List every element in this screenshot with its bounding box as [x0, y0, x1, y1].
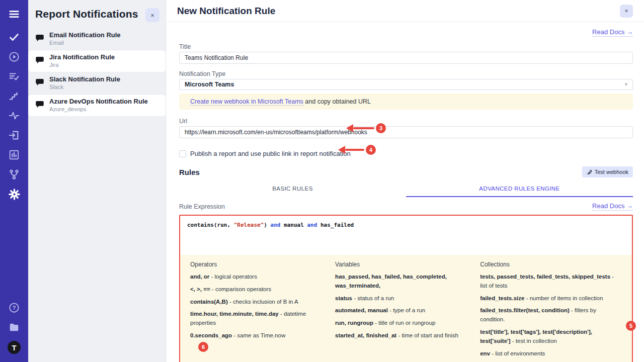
rule-expression-label: Rule Expression [179, 203, 225, 210]
svg-text:?: ? [13, 305, 16, 311]
notification-type-select[interactable]: Microsoft Teams ▼ [179, 79, 633, 90]
notifications-panel: Report Notifications × Email Notificatio… [28, 0, 166, 362]
panel-close-button[interactable]: × [145, 8, 159, 22]
webhook-info-rest: and copy obtained URL [303, 98, 371, 105]
test-webhook-label: Test webhook [595, 169, 628, 175]
webhook-info-box: Create new webhook in Microsoft Teams an… [179, 94, 633, 110]
chat-bubble-icon [35, 100, 44, 111]
panel-title: Report Notifications [35, 8, 138, 20]
list-item-email-rule[interactable]: Email Notification RuleEmail [28, 28, 166, 50]
bar-chart-icon[interactable] [8, 149, 20, 161]
branch-icon[interactable] [8, 168, 20, 180]
sign-in-icon[interactable] [8, 129, 20, 141]
publish-report-checkbox[interactable] [179, 150, 186, 157]
rule-subtitle: Jira [49, 61, 115, 69]
expression-help-panel: Operators and, or - logical operators <,… [180, 255, 632, 362]
title-label: Title [179, 43, 633, 50]
publish-report-label: Publish a report and use public link in … [190, 150, 351, 157]
help-circle-icon[interactable]: ? [8, 302, 20, 314]
rule-subtitle: Azure_devops [49, 106, 148, 113]
rule-title: Email Notification Rule [49, 31, 121, 39]
chat-bubble-icon [35, 56, 44, 67]
test-webhook-icon [587, 169, 592, 175]
rule-expression-code: contains(run, "Release") and manual and … [187, 222, 625, 228]
folder-icon[interactable] [8, 321, 20, 333]
test-webhook-button[interactable]: Test webhook [582, 166, 633, 177]
list-item-slack-rule[interactable]: Slack Notification RuleSlack [28, 72, 166, 95]
rule-title: Azure DevOps Notification Rule [49, 98, 148, 106]
form-title: New Notification Rule [177, 6, 275, 17]
chevron-down-icon: ▼ [624, 82, 628, 87]
rule-subtitle: Slack [49, 83, 120, 91]
help-collections-column: Collections tests, passed_tests, failed_… [480, 261, 622, 362]
help-variables-column: Variables has_passed, has_failed, has_co… [335, 261, 469, 362]
rule-expression-annotation-box: contains(run, "Release") and manual and … [179, 215, 633, 362]
notification-type-label: Notification Type [179, 70, 633, 77]
annotation-badge-5: 5 [626, 321, 636, 331]
rules-heading: Rules [179, 168, 200, 176]
rules-tabs: BASIC RULES ADVANCED RULES ENGINE [179, 182, 633, 197]
annotation-badge-6: 6 [198, 342, 208, 352]
help-operators-column: Operators and, or - logical operators <,… [190, 261, 324, 362]
play-circle-icon[interactable] [8, 51, 20, 63]
rule-title: Slack Notification Rule [49, 75, 120, 83]
url-label: Url [179, 118, 633, 125]
list-item-azure-rule[interactable]: Azure DevOps Notification RuleAzure_devo… [28, 95, 166, 117]
annotation-badge-3: 3 [376, 123, 386, 133]
rule-subtitle: Email [49, 39, 121, 47]
annotation-badge-4: 4 [366, 145, 376, 155]
app-root: ? T Report Notifications × Email Notific… [0, 0, 644, 362]
chat-bubble-icon [35, 34, 44, 45]
read-docs-link-expression[interactable]: Read Docs → [592, 202, 633, 211]
user-avatar[interactable]: T [8, 341, 21, 354]
rule-title: Jira Notification Rule [49, 53, 115, 61]
list-check-icon[interactable] [8, 70, 20, 82]
icon-rail: ? T [0, 0, 28, 362]
chat-bubble-icon [35, 78, 44, 89]
check-icon[interactable] [8, 31, 20, 43]
create-webhook-link[interactable]: Create new webhook in Microsoft Teams [190, 98, 303, 106]
tab-advanced-rules-engine[interactable]: ADVANCED RULES ENGINE [406, 182, 633, 197]
notification-rule-list: Email Notification RuleEmail Jira Notifi… [28, 28, 166, 117]
menu-icon[interactable] [8, 8, 20, 20]
form-close-button[interactable]: × [620, 5, 633, 18]
new-rule-form: New Notification Rule × Read Docs → Titl… [166, 0, 644, 362]
read-docs-link-top[interactable]: Read Docs → [592, 28, 633, 37]
steps-icon[interactable] [8, 90, 20, 102]
gear-icon[interactable] [8, 188, 20, 200]
notification-type-value: Microsoft Teams [185, 81, 234, 88]
activity-icon[interactable] [8, 110, 20, 122]
rule-expression-editor[interactable]: contains(run, "Release") and manual and … [180, 216, 632, 255]
title-input[interactable] [179, 52, 633, 64]
list-item-jira-rule[interactable]: Jira Notification RuleJira [28, 50, 166, 72]
tab-basic-rules[interactable]: BASIC RULES [179, 182, 406, 197]
url-input[interactable] [179, 126, 633, 138]
